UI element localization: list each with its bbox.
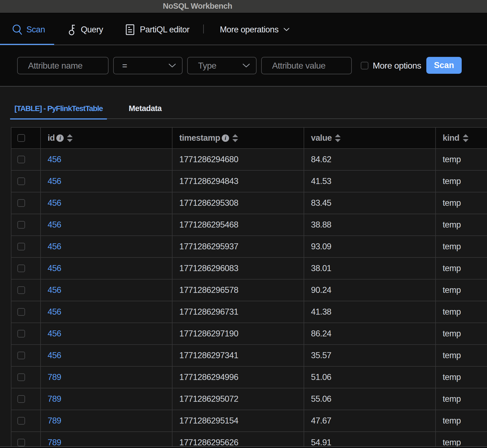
id-link[interactable]: 789	[48, 394, 61, 404]
row-checkbox[interactable]	[17, 286, 25, 294]
scan-button[interactable]: Scan	[426, 57, 462, 74]
app-title: NoSQL Workbench	[163, 2, 232, 11]
cell-timestamp: 1771286296731	[172, 301, 304, 323]
nav-separator	[203, 24, 204, 33]
row-checkbox[interactable]	[17, 177, 25, 185]
row-checkbox[interactable]	[17, 439, 25, 446]
row-checkbox[interactable]	[17, 243, 25, 250]
id-link[interactable]: 456	[48, 155, 61, 164]
row-checkbox[interactable]	[17, 221, 25, 229]
cell-kind: temp	[436, 345, 487, 367]
cell-id: 456	[41, 236, 172, 258]
id-link[interactable]: 789	[48, 372, 61, 382]
cell-id: 456	[41, 345, 172, 367]
tab-metadata[interactable]: Metadata	[129, 98, 162, 119]
more-operations-menu[interactable]: More operations	[220, 14, 289, 45]
id-link[interactable]: 456	[48, 351, 61, 360]
cell-id: 456	[41, 301, 172, 323]
table-row: 456177128629530883.45temp	[11, 192, 487, 214]
id-link[interactable]: 456	[48, 285, 61, 295]
header-cell-kind[interactable]: kind	[436, 128, 487, 149]
cell-kind: temp	[436, 367, 487, 388]
tab-table-pyflinktesttable[interactable]: [TABLE] - PyFlinkTestTable	[14, 98, 103, 119]
row-select-cell	[11, 345, 41, 367]
row-select-cell	[11, 301, 41, 323]
row-select-cell	[11, 171, 41, 192]
attribute-name-input[interactable]: Attribute name	[17, 57, 109, 74]
row-select-cell	[11, 432, 41, 448]
id-link[interactable]: 456	[48, 263, 61, 273]
row-select-cell	[11, 192, 41, 214]
cell-kind: temp	[436, 236, 487, 258]
id-link[interactable]: 456	[48, 176, 61, 186]
sort-icon[interactable]	[232, 134, 239, 142]
id-link[interactable]: 456	[48, 329, 61, 339]
row-checkbox[interactable]	[17, 156, 25, 163]
row-checkbox[interactable]	[17, 395, 25, 403]
id-link[interactable]: 456	[48, 242, 61, 251]
attribute-value-placeholder: Attribute value	[272, 61, 325, 71]
header-label-value: value	[311, 133, 332, 143]
table-row: 789177128629562654.91temp	[11, 432, 487, 448]
id-link[interactable]: 789	[48, 438, 61, 447]
table-row: 789177128629515447.67temp	[11, 410, 487, 432]
row-checkbox[interactable]	[17, 352, 25, 359]
cell-value: 83.45	[304, 192, 436, 214]
id-link[interactable]: 789	[48, 416, 61, 426]
header-cell-timestamp[interactable]: timestampi	[172, 128, 304, 149]
id-link[interactable]: 456	[48, 220, 61, 230]
row-checkbox[interactable]	[17, 373, 25, 381]
row-checkbox[interactable]	[17, 308, 25, 316]
cell-value: 84.62	[304, 149, 436, 171]
info-icon[interactable]: i	[56, 134, 64, 142]
table-row: 456177128629673141.38temp	[11, 301, 487, 323]
cell-id: 456	[41, 171, 172, 192]
tab-scan[interactable]: Scan	[0, 14, 54, 45]
table-row: 456177128629657890.24temp	[11, 280, 487, 301]
cell-value: 86.24	[304, 323, 436, 345]
cell-value: 41.38	[304, 301, 436, 323]
row-select-cell	[11, 410, 41, 432]
type-placeholder: Type	[198, 61, 216, 71]
cell-kind: temp	[436, 410, 487, 432]
tab-query[interactable]: Query	[58, 14, 103, 45]
row-checkbox[interactable]	[17, 417, 25, 425]
select-all-checkbox[interactable]	[17, 134, 25, 142]
id-link[interactable]: 456	[48, 198, 61, 208]
table-row: 456177128629734135.57temp	[11, 345, 487, 367]
results-section: [TABLE] - PyFlinkTestTable Metadata idit…	[0, 86, 487, 448]
cell-value: 51.06	[304, 367, 436, 388]
header-cell-id[interactable]: idi	[41, 128, 172, 149]
row-checkbox[interactable]	[17, 199, 25, 207]
tab-partiql-editor[interactable]: PartiQL editor	[115, 14, 189, 45]
attribute-value-input[interactable]: Attribute value	[261, 57, 352, 74]
table-body: 456177128629468084.62temp456177128629484…	[11, 149, 487, 448]
cell-value: 47.67	[304, 410, 436, 432]
cell-timestamp: 1771286296578	[172, 280, 304, 301]
chevron-down-icon	[283, 28, 289, 31]
row-select-cell	[11, 149, 41, 171]
info-icon[interactable]: i	[222, 134, 229, 142]
header-cell-value[interactable]: value	[304, 128, 436, 149]
row-select-cell	[11, 323, 41, 345]
cell-id: 789	[41, 432, 172, 448]
table-row: 789177128629507255.06temp	[11, 388, 487, 410]
title-bar: NoSQL Workbench	[0, 0, 487, 13]
attribute-name-placeholder: Attribute name	[28, 61, 82, 71]
row-checkbox[interactable]	[17, 265, 25, 272]
cell-kind: temp	[436, 432, 487, 448]
row-select-cell	[11, 280, 41, 301]
more-options-checkbox[interactable]	[361, 62, 368, 69]
id-link[interactable]: 456	[48, 307, 61, 317]
type-select[interactable]: Type	[187, 57, 257, 74]
cell-timestamp: 1771286294680	[172, 149, 304, 171]
operator-select[interactable]: =	[113, 57, 183, 74]
row-checkbox[interactable]	[17, 330, 25, 337]
magnifier-icon	[12, 24, 22, 35]
sort-icon[interactable]	[334, 134, 341, 142]
sort-icon[interactable]	[462, 134, 469, 142]
cell-timestamp: 1771286297190	[172, 323, 304, 345]
chevron-down-icon	[242, 63, 250, 68]
cell-timestamp: 1771286296083	[172, 258, 304, 280]
sort-icon[interactable]	[66, 134, 73, 142]
